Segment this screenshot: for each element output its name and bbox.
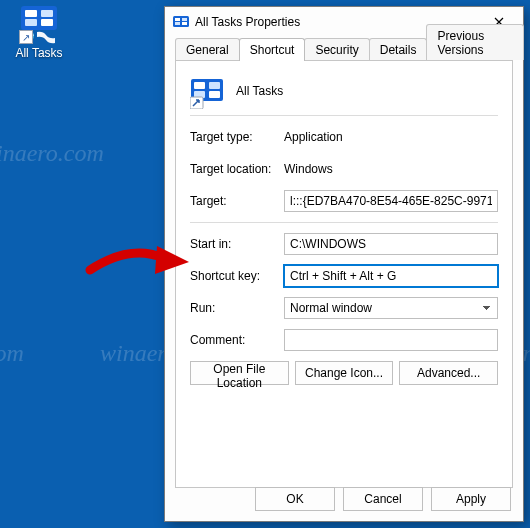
apply-button[interactable]: Apply <box>431 487 511 511</box>
watermark: winaero.com <box>0 340 24 367</box>
panel-header-title: All Tasks <box>236 84 283 98</box>
svg-rect-1 <box>25 10 37 17</box>
watermark: winaero.com <box>0 140 104 167</box>
svg-rect-3 <box>25 19 37 26</box>
svg-rect-4 <box>41 19 53 26</box>
select-run[interactable]: Normal window <box>284 297 498 319</box>
input-shortcut-key[interactable] <box>284 265 498 287</box>
svg-rect-13 <box>194 82 205 89</box>
label-start-in: Start in: <box>190 237 284 251</box>
separator <box>190 115 498 116</box>
shortcut-overlay-icon: ↗ <box>19 30 33 44</box>
tasks-icon: ↗ <box>19 4 59 44</box>
tab-general[interactable]: General <box>175 38 240 60</box>
tabpanel-shortcut: All Tasks Target type: Application Targe… <box>175 60 513 488</box>
label-target-location: Target location: <box>190 162 284 176</box>
tab-details[interactable]: Details <box>369 38 428 60</box>
change-icon-button[interactable]: Change Icon... <box>295 361 394 385</box>
input-comment[interactable] <box>284 329 498 351</box>
svg-rect-16 <box>209 91 220 98</box>
advanced-button[interactable]: Advanced... <box>399 361 498 385</box>
label-run: Run: <box>190 301 284 315</box>
tab-previous-versions[interactable]: Previous Versions <box>426 24 524 60</box>
label-target: Target: <box>190 194 284 208</box>
svg-rect-8 <box>175 18 180 21</box>
svg-rect-14 <box>209 82 220 89</box>
svg-rect-11 <box>182 22 187 25</box>
titlebar-icon <box>173 14 189 30</box>
tab-security[interactable]: Security <box>304 38 369 60</box>
separator <box>190 222 498 223</box>
label-target-type: Target type: <box>190 130 284 144</box>
desktop-shortcut-label: All Tasks <box>4 46 74 60</box>
svg-rect-2 <box>41 10 53 17</box>
input-start-in[interactable] <box>284 233 498 255</box>
panel-header-icon <box>190 75 222 107</box>
tabbar: General Shortcut Security Details Previo… <box>165 37 523 60</box>
svg-rect-9 <box>182 18 187 21</box>
value-target-type: Application <box>284 130 498 144</box>
svg-rect-7 <box>173 16 189 27</box>
value-target-location: Windows <box>284 162 498 176</box>
cancel-button[interactable]: Cancel <box>343 487 423 511</box>
ok-button[interactable]: OK <box>255 487 335 511</box>
label-comment: Comment: <box>190 333 284 347</box>
tab-shortcut[interactable]: Shortcut <box>239 38 306 61</box>
label-shortcut-key: Shortcut key: <box>190 269 284 283</box>
input-target[interactable] <box>284 190 498 212</box>
desktop-shortcut-all-tasks[interactable]: ↗ All Tasks <box>4 4 74 60</box>
properties-dialog: All Tasks Properties General Shortcut Se… <box>164 6 524 522</box>
svg-rect-10 <box>175 22 180 25</box>
open-file-location-button[interactable]: Open File Location <box>190 361 289 385</box>
svg-rect-0 <box>21 6 57 30</box>
